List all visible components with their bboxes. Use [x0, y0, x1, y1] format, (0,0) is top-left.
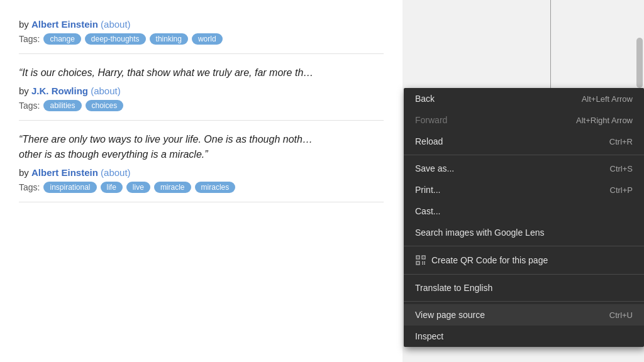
tag-deep-thoughts[interactable]: deep-thoughts	[85, 33, 146, 45]
cm-reload[interactable]: Reload Ctrl+R	[404, 131, 644, 152]
tag-live[interactable]: live	[126, 182, 150, 193]
cm-view-source-shortcut: Ctrl+U	[609, 310, 633, 320]
author-link-1[interactable]: Albert Einstein	[31, 19, 98, 30]
cm-back-label: Back	[415, 94, 435, 104]
tag-miracles[interactable]: miracles	[195, 182, 236, 193]
cm-sep-1	[404, 155, 644, 155]
svg-rect-7	[424, 261, 425, 263]
svg-rect-9	[424, 263, 425, 265]
tag-change[interactable]: change	[43, 33, 80, 45]
cm-reload-shortcut: Ctrl+R	[609, 137, 633, 146]
qr-code-icon	[415, 255, 426, 266]
quote-block-2: “It is our choices, Harry, that show wha…	[19, 54, 384, 121]
quote-text-2: “It is our choices, Harry, that show wha…	[19, 65, 384, 80]
context-menu: Back Alt+Left Arrow Forward Alt+Right Ar…	[404, 88, 644, 347]
cm-inspect[interactable]: Inspect	[404, 326, 644, 347]
quote-block-3: “There are only two ways to live your li…	[19, 121, 384, 202]
cm-print-shortcut: Ctrl+P	[610, 185, 633, 195]
cm-inspect-label: Inspect	[415, 331, 443, 341]
tag-world[interactable]: world	[192, 33, 223, 45]
tag-thinking[interactable]: thinking	[150, 33, 188, 45]
quote-text-3: “There are only two ways to live your li…	[19, 132, 384, 162]
tags-line-1: Tags: change deep-thoughts thinking worl…	[19, 33, 384, 45]
quote-block-1: by Albert Einstein (about) Tags: change …	[19, 13, 384, 54]
cm-saveas-shortcut: Ctrl+S	[610, 164, 633, 173]
cm-saveas[interactable]: Save as... Ctrl+S	[404, 158, 644, 179]
author-link-2[interactable]: J.K. Rowling	[31, 85, 88, 96]
author-line-2: by J.K. Rowling (about)	[19, 85, 384, 96]
tag-inspirational[interactable]: inspirational	[43, 182, 96, 193]
page-content: by Albert Einstein (about) Tags: change …	[0, 0, 402, 362]
cm-search-images-label: Search images with Google Lens	[415, 228, 544, 238]
tags-line-3: Tags: inspirational life live miracle mi…	[19, 182, 384, 193]
author-line-1: by Albert Einstein (about)	[19, 19, 384, 30]
tag-abilities[interactable]: abilities	[43, 100, 81, 111]
cm-back[interactable]: Back Alt+Left Arrow	[404, 88, 644, 109]
cm-forward-shortcut: Alt+Right Arrow	[576, 116, 633, 125]
svg-rect-1	[418, 257, 418, 258]
svg-rect-5	[418, 263, 418, 263]
cm-forward: Forward Alt+Right Arrow	[404, 109, 644, 131]
cm-view-source-label: View page source	[415, 310, 485, 320]
tags-line-2: Tags: abilities choices	[19, 100, 384, 111]
about-link-2[interactable]: (about)	[91, 85, 121, 96]
cm-translate-label: Translate to English	[415, 283, 492, 293]
author-link-3[interactable]: Albert Einstein	[31, 167, 98, 178]
cm-cast[interactable]: Cast...	[404, 200, 644, 222]
cm-qr-code[interactable]: Create QR Code for this page	[404, 249, 644, 272]
tag-miracle[interactable]: miracle	[154, 182, 191, 193]
scrollbar-thumb[interactable]	[636, 38, 643, 88]
cm-saveas-label: Save as...	[415, 163, 454, 173]
tag-life[interactable]: life	[101, 182, 123, 193]
cm-print-label: Print...	[415, 185, 440, 195]
vertical-divider	[550, 0, 551, 88]
cm-search-images[interactable]: Search images with Google Lens	[404, 222, 644, 243]
svg-rect-8	[422, 263, 423, 265]
cm-reload-label: Reload	[415, 136, 443, 146]
cm-qr-code-label: Create QR Code for this page	[431, 255, 548, 265]
cm-print[interactable]: Print... Ctrl+P	[404, 179, 644, 200]
author-line-3: by Albert Einstein (about)	[19, 167, 384, 178]
about-link-1[interactable]: (about)	[101, 19, 131, 30]
about-link-3[interactable]: (about)	[101, 167, 131, 178]
svg-rect-3	[423, 257, 424, 258]
cm-cast-label: Cast...	[415, 206, 440, 216]
tag-choices[interactable]: choices	[86, 100, 124, 111]
cm-sep-3	[404, 274, 644, 275]
cm-back-shortcut: Alt+Left Arrow	[582, 94, 633, 104]
svg-rect-6	[422, 261, 423, 263]
tags-label-1: Tags:	[19, 34, 40, 44]
tags-label-2: Tags:	[19, 101, 40, 111]
cm-sep-4	[404, 301, 644, 302]
cm-translate[interactable]: Translate to English	[404, 277, 644, 299]
cm-view-source[interactable]: View page source Ctrl+U	[404, 304, 644, 326]
cm-sep-2	[404, 246, 644, 246]
cm-forward-label: Forward	[415, 115, 447, 125]
tags-label-3: Tags:	[19, 182, 40, 192]
